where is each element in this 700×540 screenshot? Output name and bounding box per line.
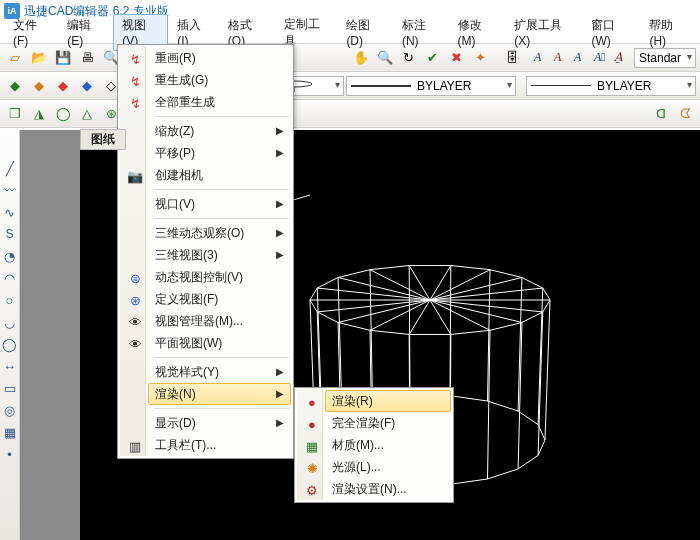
box-icon[interactable]: ❒ bbox=[4, 103, 26, 125]
camera-icon: 📷 bbox=[125, 166, 145, 186]
text-style-a5-icon[interactable]: A̱ bbox=[614, 50, 632, 65]
menuitem-display[interactable]: 显示(D)▶ bbox=[148, 412, 291, 434]
menu-dimension[interactable]: 标注(N) bbox=[393, 14, 449, 51]
text-style-a3-icon[interactable]: A bbox=[574, 50, 592, 65]
arc-tool-icon[interactable]: ◠ bbox=[2, 270, 18, 286]
menuitem-render-settings[interactable]: ⚙渲染设置(N)... bbox=[325, 478, 451, 500]
svg-line-17 bbox=[317, 312, 338, 323]
menuitem-regen[interactable]: ↯重生成(G) bbox=[148, 69, 291, 91]
print-icon[interactable]: 🖶 bbox=[76, 47, 98, 69]
document-tab[interactable]: 图纸 bbox=[80, 129, 126, 150]
menu-help[interactable]: 帮助(H) bbox=[640, 14, 696, 51]
text-style-a4-icon[interactable]: Aͮ bbox=[594, 50, 612, 65]
redo-icon[interactable]: ↻ bbox=[398, 47, 420, 69]
menu-draw[interactable]: 绘图(D) bbox=[337, 14, 393, 51]
menuitem-material[interactable]: ▦材质(M)... bbox=[325, 434, 451, 456]
menuitem-full-render[interactable]: ●完全渲染(F) bbox=[325, 412, 451, 434]
menu-extend-tools[interactable]: 扩展工具(X) bbox=[505, 14, 582, 51]
text-style-combo[interactable]: Standar bbox=[634, 48, 696, 68]
svg-line-19 bbox=[310, 300, 317, 312]
lineweight-combo[interactable]: BYLAYER bbox=[526, 76, 696, 96]
svg-line-13 bbox=[370, 330, 409, 334]
layer-a-icon[interactable]: ◆ bbox=[4, 75, 26, 97]
curve-tool-icon[interactable]: Ｓ bbox=[2, 226, 18, 242]
menuitem-3d-view[interactable]: 三维视图(3)▶ bbox=[148, 244, 291, 266]
pan-icon[interactable]: ✋ bbox=[350, 47, 372, 69]
zoom-tool-icon[interactable]: 🔍 bbox=[374, 47, 396, 69]
new-icon[interactable]: ▱ bbox=[4, 47, 26, 69]
prism-icon[interactable]: ◮ bbox=[28, 103, 50, 125]
spline-tool-icon[interactable]: ∿ bbox=[2, 204, 18, 220]
target-tool-icon[interactable]: ◎ bbox=[2, 402, 18, 418]
ucs-a-icon[interactable]: ᗡ bbox=[650, 103, 672, 125]
menu-edit[interactable]: 编辑(E) bbox=[58, 14, 113, 51]
label: 平面视图(W) bbox=[155, 335, 222, 352]
close-icon[interactable]: ✖ bbox=[446, 47, 468, 69]
menu-window[interactable]: 窗口(W) bbox=[582, 14, 640, 51]
label: 平移(P) bbox=[155, 145, 195, 162]
menuitem-toolbars[interactable]: ▥工具栏(T)... bbox=[148, 434, 291, 456]
svg-line-58 bbox=[430, 300, 543, 312]
move-tool-icon[interactable]: ↔ bbox=[2, 358, 18, 374]
menuitem-plan-view[interactable]: 👁平面视图(W) bbox=[148, 332, 291, 354]
ucs-b-icon[interactable]: ᗧ bbox=[674, 103, 696, 125]
open-icon[interactable]: 📂 bbox=[28, 47, 50, 69]
render-settings-icon: ⚙ bbox=[302, 480, 322, 500]
menuitem-viewport[interactable]: 视口(V)▶ bbox=[148, 193, 291, 215]
menuitem-render[interactable]: 渲染(N)▶ bbox=[148, 383, 291, 405]
check-icon[interactable]: ✔ bbox=[422, 47, 444, 69]
label: 动态视图控制(V) bbox=[155, 269, 243, 286]
text-style-a2-icon[interactable]: A bbox=[554, 50, 572, 65]
polyline-tool-icon[interactable]: 〰 bbox=[2, 182, 18, 198]
menuitem-visual-style[interactable]: 视觉样式(Y)▶ bbox=[148, 361, 291, 383]
menuitem-defview[interactable]: ⊛定义视图(F) bbox=[148, 288, 291, 310]
submenu-arrow-icon: ▶ bbox=[276, 366, 284, 377]
grey-strip bbox=[20, 130, 80, 540]
menuitem-3d-orbit[interactable]: 三维动态观察(O)▶ bbox=[148, 222, 291, 244]
menu-bar: 文件(F) 编辑(E) 视图(V) 插入(I) 格式(O) 定制工具 绘图(D)… bbox=[0, 22, 700, 44]
menuitem-regen-all[interactable]: ↯全部重生成 bbox=[148, 91, 291, 113]
submenu-arrow-icon: ▶ bbox=[276, 147, 284, 158]
label: 三维动态观察(O) bbox=[155, 225, 244, 242]
point-tool-icon[interactable]: • bbox=[2, 446, 18, 462]
svg-line-31 bbox=[451, 266, 490, 270]
rect-tool-icon[interactable]: ▭ bbox=[2, 380, 18, 396]
layer-c-icon[interactable]: ◆ bbox=[52, 75, 74, 97]
spark-icon[interactable]: ✦ bbox=[470, 47, 492, 69]
toolbar-icon: ▥ bbox=[125, 436, 145, 456]
menuitem-view-manager[interactable]: 👁视图管理器(M)... bbox=[148, 310, 291, 332]
save-icon[interactable]: 💾 bbox=[52, 47, 74, 69]
menu-file[interactable]: 文件(F) bbox=[4, 14, 58, 51]
menuitem-light[interactable]: ✺光源(L)... bbox=[325, 456, 451, 478]
cone-icon[interactable]: △ bbox=[76, 103, 98, 125]
ring-tool-icon[interactable]: ◯ bbox=[2, 336, 18, 352]
menuitem-zoom[interactable]: 缩放(Z)▶ bbox=[148, 120, 291, 142]
eye-icon: 👁 bbox=[125, 312, 145, 332]
render-submenu: ●渲染(R) ●完全渲染(F) ▦材质(M)... ✺光源(L)... ⚙渲染设… bbox=[294, 387, 454, 503]
menuitem-render-render[interactable]: ●渲染(R) bbox=[325, 390, 451, 412]
arc2-tool-icon[interactable]: ◡ bbox=[2, 314, 18, 330]
menuitem-create-camera[interactable]: 📷创建相机 bbox=[148, 164, 291, 186]
submenu-arrow-icon: ▶ bbox=[276, 417, 284, 428]
database-icon[interactable]: 🗄 bbox=[502, 47, 524, 69]
circle-tool-icon[interactable]: ○ bbox=[2, 292, 18, 308]
cylinder-icon[interactable]: ◯ bbox=[52, 103, 74, 125]
light-icon: ✺ bbox=[302, 458, 322, 478]
shape-tool-icon[interactable]: ◔ bbox=[2, 248, 18, 264]
layer-b-icon[interactable]: ◆ bbox=[28, 75, 50, 97]
menuitem-pan[interactable]: 平移(P)▶ bbox=[148, 142, 291, 164]
submenu-arrow-icon: ▶ bbox=[276, 198, 284, 209]
layer-d-icon[interactable]: ◆ bbox=[76, 75, 98, 97]
text-style-value: Standar bbox=[639, 51, 681, 65]
regen-all-icon: ↯ bbox=[125, 93, 145, 113]
line-tool-icon[interactable]: ╱ bbox=[2, 160, 18, 176]
svg-line-25 bbox=[338, 270, 370, 278]
text-style-a1-icon[interactable]: A bbox=[534, 50, 552, 65]
menuitem-dynview[interactable]: ⊜动态视图控制(V) bbox=[148, 266, 291, 288]
linetype-combo[interactable]: BYLAYER bbox=[346, 76, 516, 96]
grid-tool-icon[interactable]: ▦ bbox=[2, 424, 18, 440]
label: 创建相机 bbox=[155, 167, 203, 184]
menu-modify[interactable]: 修改(M) bbox=[449, 14, 506, 51]
menuitem-redraw[interactable]: ↯重画(R) bbox=[148, 47, 291, 69]
dynview-icon: ⊜ bbox=[125, 268, 145, 288]
